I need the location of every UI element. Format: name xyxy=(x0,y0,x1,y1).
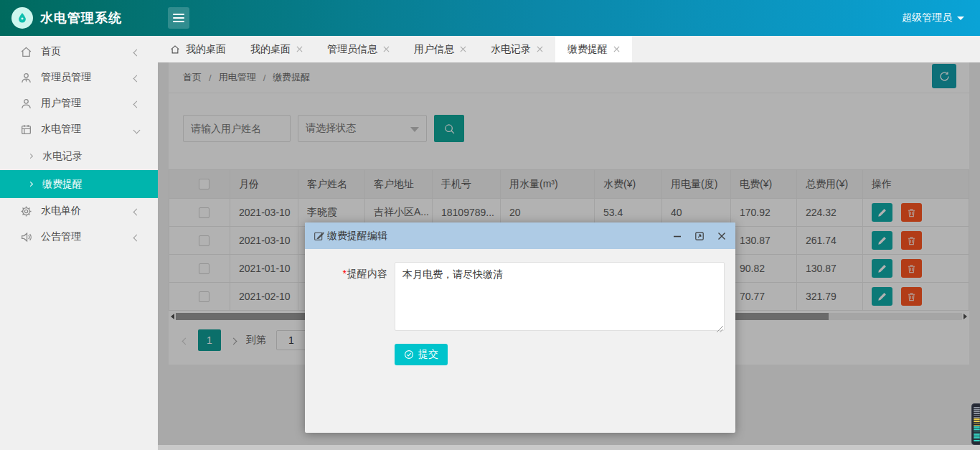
close-icon[interactable] xyxy=(537,46,543,52)
close-icon[interactable] xyxy=(383,46,390,52)
submit-label: 提交 xyxy=(418,348,438,361)
reminder-content-textarea[interactable]: 本月电费，请尽快缴清 xyxy=(395,262,725,331)
top-header: 水电管理系统 超级管理员 xyxy=(0,0,980,36)
sidebar-subitem-label: 缴费提醒 xyxy=(42,178,83,191)
required-mark: * xyxy=(343,268,347,279)
tab-label: 我的桌面 xyxy=(186,43,226,56)
sidebar-item-home[interactable]: 首页 xyxy=(0,39,158,65)
gear-icon xyxy=(20,205,32,217)
modal-titlebar[interactable]: 缴费提醒编辑 xyxy=(305,222,735,249)
modal-title-text: 缴费提醒编辑 xyxy=(327,230,387,243)
hamburger-menu-icon[interactable] xyxy=(168,7,189,29)
tab-payment-reminder[interactable]: 缴费提醒 xyxy=(555,36,632,62)
payment-reminder-edit-modal: 缴费提醒编辑 *提醒内容 本月电费，请尽快缴清 xyxy=(305,222,735,433)
submit-button[interactable]: 提交 xyxy=(395,344,448,365)
sidebar-subitem-utility-records[interactable]: 水电记录 xyxy=(0,142,158,170)
chevron-down-icon xyxy=(957,17,964,20)
bottom-scrollbar-strip[interactable] xyxy=(158,445,980,450)
submit-row: 提交 xyxy=(395,344,735,365)
tab-label: 我的桌面 xyxy=(250,43,291,56)
chevron-left-icon xyxy=(134,205,139,217)
sidebar-item-utility-mgmt[interactable]: 水电管理 xyxy=(0,116,158,142)
tab-desktop[interactable]: 我的桌面 xyxy=(238,36,315,62)
app-window: 水电管理系统 超级管理员 首页 管理员管理 用户管理 xyxy=(0,0,980,450)
sidebar-item-label: 用户管理 xyxy=(41,97,81,110)
close-icon[interactable] xyxy=(296,46,303,52)
sidebar-item-unit-price[interactable]: 水电单价 xyxy=(0,198,158,224)
user-icon xyxy=(20,98,32,110)
tab-admin-info[interactable]: 管理员信息 xyxy=(315,36,402,62)
tab-bar: 我的桌面 我的桌面 管理员信息 用户信息 水电记录 缴费提醒 xyxy=(158,36,980,62)
chevron-left-icon xyxy=(134,231,139,243)
chevron-left-icon xyxy=(134,98,139,109)
chevron-left-icon xyxy=(134,72,139,83)
sidebar: 首页 管理员管理 用户管理 水电管理 水电记录 xyxy=(0,36,158,450)
modal-title: 缴费提醒编辑 xyxy=(314,230,387,243)
sidebar-subitem-label: 水电记录 xyxy=(42,150,83,163)
speaker-icon xyxy=(20,231,32,243)
home-icon xyxy=(170,44,180,55)
chevron-right-icon xyxy=(28,154,33,159)
chevron-right-icon xyxy=(28,182,33,187)
field-label: *提醒内容 xyxy=(305,262,387,331)
admin-dropdown[interactable]: 超级管理员 xyxy=(902,11,964,24)
logo-area: 水电管理系统 xyxy=(0,7,158,29)
tab-user-info[interactable]: 用户信息 xyxy=(402,36,479,62)
reminder-content-field: *提醒内容 本月电费，请尽快缴清 xyxy=(305,262,735,331)
ledger-icon xyxy=(20,123,32,136)
sidebar-item-label: 公告管理 xyxy=(41,230,81,243)
home-icon xyxy=(20,46,32,58)
close-icon[interactable] xyxy=(716,230,727,241)
app-title: 水电管理系统 xyxy=(40,9,122,27)
water-drop-logo-icon xyxy=(11,7,33,29)
sidebar-item-label: 管理员管理 xyxy=(41,71,91,84)
sidebar-item-announcement[interactable]: 公告管理 xyxy=(0,224,158,250)
sidebar-item-label: 水电管理 xyxy=(41,123,81,136)
minimize-icon[interactable] xyxy=(672,230,682,241)
tab-desktop-home[interactable]: 我的桌面 xyxy=(158,36,238,62)
edit-square-icon xyxy=(314,230,324,241)
textarea-wrapper: 本月电费，请尽快缴清 xyxy=(395,262,725,331)
admin-icon xyxy=(20,72,32,84)
chevron-left-icon xyxy=(134,46,139,57)
tab-utility-records[interactable]: 水电记录 xyxy=(479,36,555,62)
modal-controls xyxy=(672,230,727,241)
tab-label: 水电记录 xyxy=(491,43,531,56)
check-circle-icon xyxy=(404,350,414,360)
tab-label: 用户信息 xyxy=(414,43,454,56)
field-label-text: 提醒内容 xyxy=(347,268,387,279)
modal-body: *提醒内容 本月电费，请尽快缴清 提交 xyxy=(305,249,735,365)
sidebar-item-label: 水电单价 xyxy=(41,205,81,217)
sidebar-subitem-payment-reminder[interactable]: 缴费提醒 xyxy=(0,170,158,198)
close-icon[interactable] xyxy=(613,46,620,52)
sidebar-item-label: 首页 xyxy=(41,45,61,58)
close-icon[interactable] xyxy=(460,46,466,52)
chevron-down-icon xyxy=(134,123,139,135)
maximize-icon[interactable] xyxy=(694,230,705,241)
meter-widget xyxy=(971,403,980,445)
tab-label: 管理员信息 xyxy=(327,43,377,56)
sidebar-item-admin-mgmt[interactable]: 管理员管理 xyxy=(0,65,158,90)
admin-name: 超级管理员 xyxy=(902,11,952,24)
sidebar-item-user-mgmt[interactable]: 用户管理 xyxy=(0,90,158,116)
tab-label: 缴费提醒 xyxy=(567,43,608,56)
